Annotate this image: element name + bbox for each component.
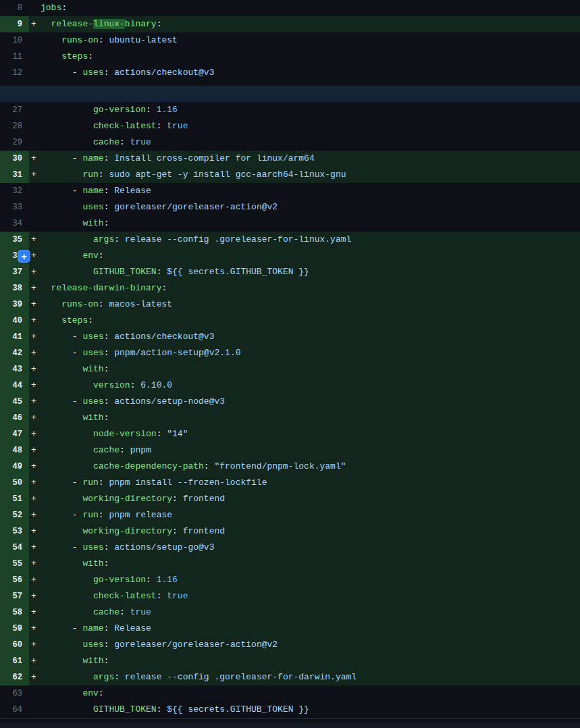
line-number[interactable]: 51: [0, 491, 29, 507]
line-number[interactable]: 55: [0, 556, 29, 572]
token-p: :: [120, 137, 130, 147]
line-number[interactable]: 35: [0, 232, 29, 248]
token-p: :: [104, 68, 115, 78]
token-s: release --config .goreleaser-for-linux.y…: [125, 234, 351, 244]
line-number[interactable]: 29: [0, 134, 29, 151]
diff-row-line-28: 28 check-latest: true: [0, 118, 580, 134]
token-p: :: [104, 396, 115, 407]
line-number[interactable]: 60: [0, 637, 29, 653]
add-comment-button[interactable]: +: [18, 250, 30, 263]
indent: [41, 704, 93, 714]
line-number[interactable]: 61: [0, 653, 29, 669]
added-line-marker: +: [29, 604, 41, 621]
diff-row-line-35: 35+ args: release --config .goreleaser-f…: [0, 232, 580, 248]
line-number[interactable]: 27: [0, 102, 29, 118]
diff-row-line-53: 53+ working-directory: frontend: [0, 523, 580, 540]
added-line-marker: +: [29, 653, 41, 669]
line-number[interactable]: 32: [0, 183, 29, 199]
code-line: + cache: true: [29, 604, 580, 621]
token-k: uses: [82, 68, 103, 78]
diff-row-line-64: 64 GITHUB_TOKEN: ${{ secrets.GITHUB_TOKE…: [0, 702, 580, 718]
token-p: :: [157, 19, 162, 29]
line-number[interactable]: 47: [0, 426, 29, 442]
diff-bottom-border: [0, 718, 580, 723]
line-number[interactable]: 54: [0, 540, 29, 556]
token-k: binary: [125, 19, 157, 29]
diff-row-line-61: 61+ with:: [0, 653, 580, 669]
line-number[interactable]: 41: [0, 329, 29, 345]
indent: [41, 575, 93, 585]
indent: [41, 413, 82, 423]
line-number[interactable]: 28: [0, 118, 29, 134]
line-number[interactable]: 34: [0, 215, 29, 232]
diff-row-line-11: 11 steps:: [0, 49, 580, 65]
token-s: ubuntu-latest: [109, 35, 177, 45]
token-k: uses: [82, 348, 103, 358]
line-number[interactable]: 11: [0, 49, 29, 65]
token-k: go-version: [93, 105, 146, 115]
diff-row-line-45: 45+ - uses: actions/setup-node@v3: [0, 394, 580, 410]
code-line: + GITHUB_TOKEN: ${{ secrets.GITHUB_TOKEN…: [29, 264, 580, 280]
diff-row-line-48: 48+ cache: pnpm: [0, 442, 580, 459]
line-number[interactable]: 50: [0, 475, 29, 491]
token-p: :: [104, 153, 115, 163]
indent: [41, 234, 93, 244]
line-number[interactable]: 31: [0, 167, 29, 183]
line-number[interactable]: 40: [0, 313, 29, 329]
context-line-marker: [29, 49, 41, 65]
token-k: env: [82, 251, 98, 261]
line-number[interactable]: 59: [0, 621, 29, 637]
line-number[interactable]: 52: [0, 507, 29, 523]
line-number[interactable]: 10: [0, 32, 29, 49]
expand-hunk-row[interactable]: [0, 86, 580, 102]
line-number[interactable]: 45: [0, 394, 29, 410]
line-number[interactable]: 44: [0, 378, 29, 394]
line-number[interactable]: 53: [0, 523, 29, 540]
line-number[interactable]: 43: [0, 361, 29, 378]
line-number[interactable]: 49: [0, 459, 29, 475]
diff-row-line-10: 10 runs-on: ubuntu-latest: [0, 32, 580, 49]
code-line: + version: 6.10.0: [29, 378, 580, 394]
line-number[interactable]: 46: [0, 410, 29, 426]
token-p: -: [72, 623, 83, 633]
line-number[interactable]: 39: [0, 296, 29, 313]
line-number[interactable]: 48: [0, 442, 29, 459]
diff-row-line-47: 47+ node-version: "14": [0, 426, 580, 442]
token-p: :: [104, 348, 115, 358]
line-number[interactable]: 8: [0, 0, 29, 16]
line-number[interactable]: 56: [0, 572, 29, 588]
token-s: Release: [114, 186, 151, 196]
line-number[interactable]: 58: [0, 604, 29, 621]
line-number[interactable]: 62: [0, 669, 29, 685]
token-p: :: [120, 445, 130, 455]
diff-row-line-41: 41+ - uses: actions/checkout@v3: [0, 329, 580, 345]
code-line: env:: [29, 685, 580, 702]
token-n: true: [130, 607, 151, 617]
line-number[interactable]: 12: [0, 65, 29, 81]
token-k: GITHUB_TOKEN: [93, 267, 157, 277]
file-diff: 8 jobs:9+ release-linux-binary:10 runs-o…: [0, 0, 580, 728]
token-p: -: [72, 348, 83, 358]
added-line-marker: +: [29, 540, 41, 556]
token-p: :: [120, 607, 130, 617]
added-line-marker: +: [29, 442, 41, 459]
token-p: :: [104, 364, 109, 374]
token-p: -: [72, 477, 83, 488]
line-number[interactable]: 38: [0, 280, 29, 296]
line-number[interactable]: 42: [0, 345, 29, 361]
token-k: run: [82, 477, 98, 488]
line-number[interactable]: 30: [0, 151, 29, 167]
code-line: + steps:: [29, 313, 580, 329]
line-number[interactable]: 37: [0, 264, 29, 280]
token-k: with: [82, 558, 103, 569]
diff-row-line-30: 30+ - name: Install cross-compiler for l…: [0, 151, 580, 167]
line-number[interactable]: 33: [0, 199, 29, 215]
line-number[interactable]: 57: [0, 588, 29, 604]
added-line-marker: +: [29, 345, 41, 361]
token-p: :: [172, 494, 183, 504]
line-number[interactable]: 64: [0, 702, 29, 718]
line-number[interactable]: 63: [0, 685, 29, 702]
token-k: node-version: [93, 429, 157, 439]
indent: [41, 299, 61, 309]
line-number[interactable]: 9: [0, 16, 29, 32]
